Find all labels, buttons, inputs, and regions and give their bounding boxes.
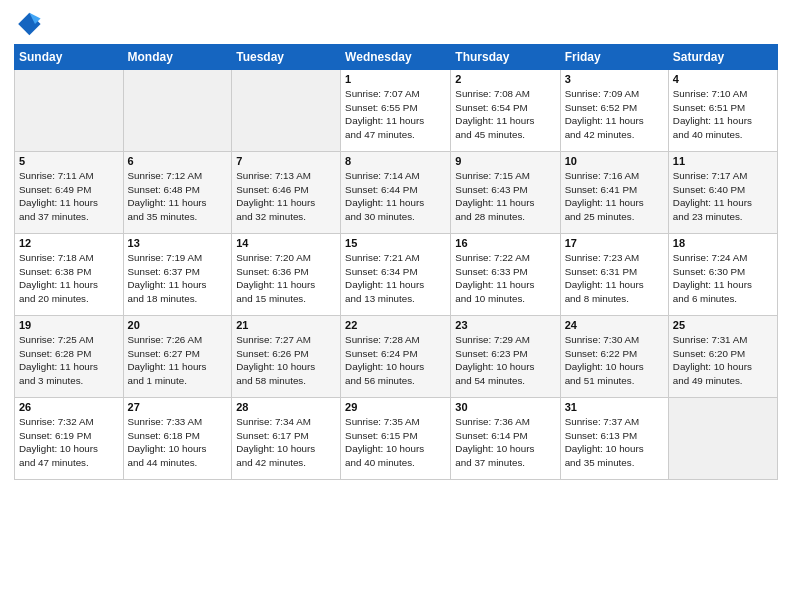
day-number: 20 [128, 319, 228, 331]
calendar-day-cell: 3Sunrise: 7:09 AMSunset: 6:52 PMDaylight… [560, 70, 668, 152]
day-info: Sunrise: 7:19 AMSunset: 6:37 PMDaylight:… [128, 251, 228, 306]
calendar-day-header: Sunday [15, 45, 124, 70]
calendar-day-cell [15, 70, 124, 152]
day-number: 3 [565, 73, 664, 85]
day-info: Sunrise: 7:17 AMSunset: 6:40 PMDaylight:… [673, 169, 773, 224]
calendar-day-cell: 31Sunrise: 7:37 AMSunset: 6:13 PMDayligh… [560, 398, 668, 480]
day-number: 6 [128, 155, 228, 167]
calendar-day-cell: 9Sunrise: 7:15 AMSunset: 6:43 PMDaylight… [451, 152, 560, 234]
day-number: 23 [455, 319, 555, 331]
calendar-day-header: Saturday [668, 45, 777, 70]
page: SundayMondayTuesdayWednesdayThursdayFrid… [0, 0, 792, 612]
day-number: 19 [19, 319, 119, 331]
day-number: 4 [673, 73, 773, 85]
day-number: 7 [236, 155, 336, 167]
day-number: 14 [236, 237, 336, 249]
calendar-day-cell: 25Sunrise: 7:31 AMSunset: 6:20 PMDayligh… [668, 316, 777, 398]
day-number: 31 [565, 401, 664, 413]
calendar-day-cell: 8Sunrise: 7:14 AMSunset: 6:44 PMDaylight… [341, 152, 451, 234]
logo [14, 10, 44, 38]
day-info: Sunrise: 7:37 AMSunset: 6:13 PMDaylight:… [565, 415, 664, 470]
calendar-day-cell: 19Sunrise: 7:25 AMSunset: 6:28 PMDayligh… [15, 316, 124, 398]
day-number: 11 [673, 155, 773, 167]
calendar-day-cell: 24Sunrise: 7:30 AMSunset: 6:22 PMDayligh… [560, 316, 668, 398]
day-info: Sunrise: 7:30 AMSunset: 6:22 PMDaylight:… [565, 333, 664, 388]
day-info: Sunrise: 7:32 AMSunset: 6:19 PMDaylight:… [19, 415, 119, 470]
day-number: 10 [565, 155, 664, 167]
day-info: Sunrise: 7:16 AMSunset: 6:41 PMDaylight:… [565, 169, 664, 224]
calendar-day-cell [232, 70, 341, 152]
day-number: 12 [19, 237, 119, 249]
calendar-day-cell: 2Sunrise: 7:08 AMSunset: 6:54 PMDaylight… [451, 70, 560, 152]
day-info: Sunrise: 7:21 AMSunset: 6:34 PMDaylight:… [345, 251, 446, 306]
day-number: 29 [345, 401, 446, 413]
calendar-day-cell: 14Sunrise: 7:20 AMSunset: 6:36 PMDayligh… [232, 234, 341, 316]
calendar-day-cell [668, 398, 777, 480]
calendar-table: SundayMondayTuesdayWednesdayThursdayFrid… [14, 44, 778, 480]
calendar-week-row: 1Sunrise: 7:07 AMSunset: 6:55 PMDaylight… [15, 70, 778, 152]
day-number: 18 [673, 237, 773, 249]
calendar-day-cell: 1Sunrise: 7:07 AMSunset: 6:55 PMDaylight… [341, 70, 451, 152]
calendar-day-cell: 6Sunrise: 7:12 AMSunset: 6:48 PMDaylight… [123, 152, 232, 234]
day-number: 17 [565, 237, 664, 249]
calendar-day-cell: 11Sunrise: 7:17 AMSunset: 6:40 PMDayligh… [668, 152, 777, 234]
day-number: 26 [19, 401, 119, 413]
day-info: Sunrise: 7:12 AMSunset: 6:48 PMDaylight:… [128, 169, 228, 224]
calendar-day-header: Tuesday [232, 45, 341, 70]
calendar-day-cell: 13Sunrise: 7:19 AMSunset: 6:37 PMDayligh… [123, 234, 232, 316]
day-info: Sunrise: 7:09 AMSunset: 6:52 PMDaylight:… [565, 87, 664, 142]
day-info: Sunrise: 7:33 AMSunset: 6:18 PMDaylight:… [128, 415, 228, 470]
day-number: 24 [565, 319, 664, 331]
calendar-header-row: SundayMondayTuesdayWednesdayThursdayFrid… [15, 45, 778, 70]
calendar-day-header: Friday [560, 45, 668, 70]
calendar-day-header: Thursday [451, 45, 560, 70]
day-number: 16 [455, 237, 555, 249]
day-number: 22 [345, 319, 446, 331]
calendar-week-row: 19Sunrise: 7:25 AMSunset: 6:28 PMDayligh… [15, 316, 778, 398]
day-number: 15 [345, 237, 446, 249]
header [14, 10, 778, 38]
day-number: 5 [19, 155, 119, 167]
day-number: 25 [673, 319, 773, 331]
svg-marker-0 [18, 13, 40, 35]
day-number: 13 [128, 237, 228, 249]
calendar-day-cell: 29Sunrise: 7:35 AMSunset: 6:15 PMDayligh… [341, 398, 451, 480]
calendar-day-cell: 15Sunrise: 7:21 AMSunset: 6:34 PMDayligh… [341, 234, 451, 316]
calendar-day-header: Wednesday [341, 45, 451, 70]
calendar-day-cell: 23Sunrise: 7:29 AMSunset: 6:23 PMDayligh… [451, 316, 560, 398]
calendar-day-cell: 22Sunrise: 7:28 AMSunset: 6:24 PMDayligh… [341, 316, 451, 398]
calendar-day-cell: 10Sunrise: 7:16 AMSunset: 6:41 PMDayligh… [560, 152, 668, 234]
calendar-day-cell: 17Sunrise: 7:23 AMSunset: 6:31 PMDayligh… [560, 234, 668, 316]
calendar-day-cell: 16Sunrise: 7:22 AMSunset: 6:33 PMDayligh… [451, 234, 560, 316]
day-info: Sunrise: 7:26 AMSunset: 6:27 PMDaylight:… [128, 333, 228, 388]
day-info: Sunrise: 7:23 AMSunset: 6:31 PMDaylight:… [565, 251, 664, 306]
day-number: 28 [236, 401, 336, 413]
day-info: Sunrise: 7:15 AMSunset: 6:43 PMDaylight:… [455, 169, 555, 224]
day-info: Sunrise: 7:13 AMSunset: 6:46 PMDaylight:… [236, 169, 336, 224]
calendar-day-cell: 28Sunrise: 7:34 AMSunset: 6:17 PMDayligh… [232, 398, 341, 480]
day-number: 2 [455, 73, 555, 85]
day-info: Sunrise: 7:08 AMSunset: 6:54 PMDaylight:… [455, 87, 555, 142]
logo-icon [14, 10, 42, 38]
calendar-week-row: 12Sunrise: 7:18 AMSunset: 6:38 PMDayligh… [15, 234, 778, 316]
day-info: Sunrise: 7:25 AMSunset: 6:28 PMDaylight:… [19, 333, 119, 388]
day-info: Sunrise: 7:28 AMSunset: 6:24 PMDaylight:… [345, 333, 446, 388]
day-info: Sunrise: 7:20 AMSunset: 6:36 PMDaylight:… [236, 251, 336, 306]
calendar-week-row: 26Sunrise: 7:32 AMSunset: 6:19 PMDayligh… [15, 398, 778, 480]
calendar-day-cell: 4Sunrise: 7:10 AMSunset: 6:51 PMDaylight… [668, 70, 777, 152]
calendar-day-cell: 30Sunrise: 7:36 AMSunset: 6:14 PMDayligh… [451, 398, 560, 480]
calendar-day-header: Monday [123, 45, 232, 70]
day-info: Sunrise: 7:07 AMSunset: 6:55 PMDaylight:… [345, 87, 446, 142]
day-info: Sunrise: 7:14 AMSunset: 6:44 PMDaylight:… [345, 169, 446, 224]
day-number: 9 [455, 155, 555, 167]
day-info: Sunrise: 7:11 AMSunset: 6:49 PMDaylight:… [19, 169, 119, 224]
calendar-day-cell: 12Sunrise: 7:18 AMSunset: 6:38 PMDayligh… [15, 234, 124, 316]
calendar-day-cell: 20Sunrise: 7:26 AMSunset: 6:27 PMDayligh… [123, 316, 232, 398]
day-info: Sunrise: 7:36 AMSunset: 6:14 PMDaylight:… [455, 415, 555, 470]
day-info: Sunrise: 7:34 AMSunset: 6:17 PMDaylight:… [236, 415, 336, 470]
day-info: Sunrise: 7:18 AMSunset: 6:38 PMDaylight:… [19, 251, 119, 306]
calendar-week-row: 5Sunrise: 7:11 AMSunset: 6:49 PMDaylight… [15, 152, 778, 234]
calendar-day-cell: 27Sunrise: 7:33 AMSunset: 6:18 PMDayligh… [123, 398, 232, 480]
calendar-day-cell [123, 70, 232, 152]
calendar-day-cell: 21Sunrise: 7:27 AMSunset: 6:26 PMDayligh… [232, 316, 341, 398]
